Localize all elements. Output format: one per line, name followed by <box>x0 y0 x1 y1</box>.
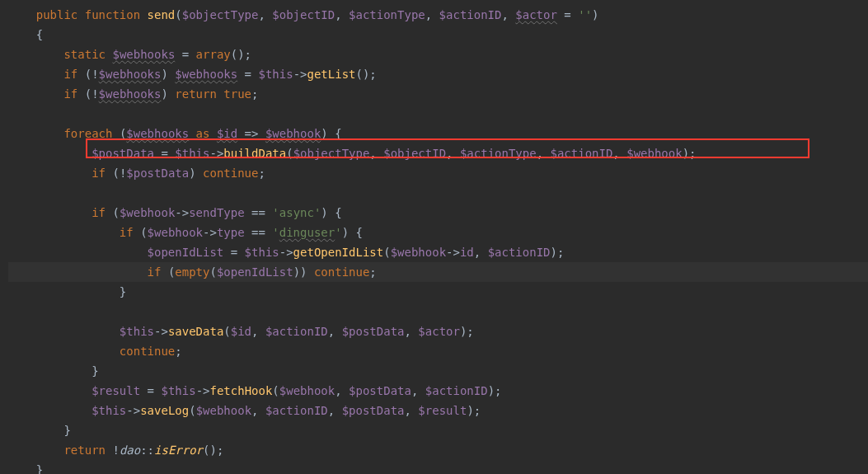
code-line: public function send($objectType, $objec… <box>8 5 868 25</box>
code-line: } <box>8 420 868 440</box>
code-line: foreach ($webhooks as $id => $webhook) { <box>8 124 868 143</box>
code-line-highlighted: $postData = $this->buildData($objectType… <box>8 143 868 163</box>
code-line: if (!$postData) continue; <box>8 163 868 183</box>
code-line <box>8 302 868 321</box>
code-line <box>8 104 868 124</box>
code-line: } <box>8 361 868 381</box>
code-line: $this->saveData($id, $actionID, $postDat… <box>8 321 868 341</box>
code-line: if (!$webhooks) $webhooks = $this->getLi… <box>8 64 868 84</box>
code-line <box>8 183 868 203</box>
code-line: static $webhooks = array(); <box>8 45 868 64</box>
code-line: $openIdList = $this->getOpenIdList($webh… <box>8 242 868 262</box>
code-line: } <box>8 282 868 302</box>
code-line: $result = $this->fetchHook($webhook, $po… <box>8 381 868 401</box>
code-line: continue; <box>8 341 868 361</box>
code-editor[interactable]: public function send($objectType, $objec… <box>0 0 868 474</box>
code-line: return !dao::isError(); <box>8 440 868 460</box>
code-line: } <box>8 460 868 474</box>
code-line: if ($webhook->type == 'dinguser') { <box>8 223 868 242</box>
code-line: if (!$webhooks) return true; <box>8 84 868 104</box>
code-line: { <box>8 25 868 45</box>
code-line: if ($webhook->sendType == 'async') { <box>8 203 868 223</box>
code-line-current: if (empty($openIdList)) continue; <box>8 262 868 282</box>
code-line: $this->saveLog($webhook, $actionID, $pos… <box>8 401 868 420</box>
